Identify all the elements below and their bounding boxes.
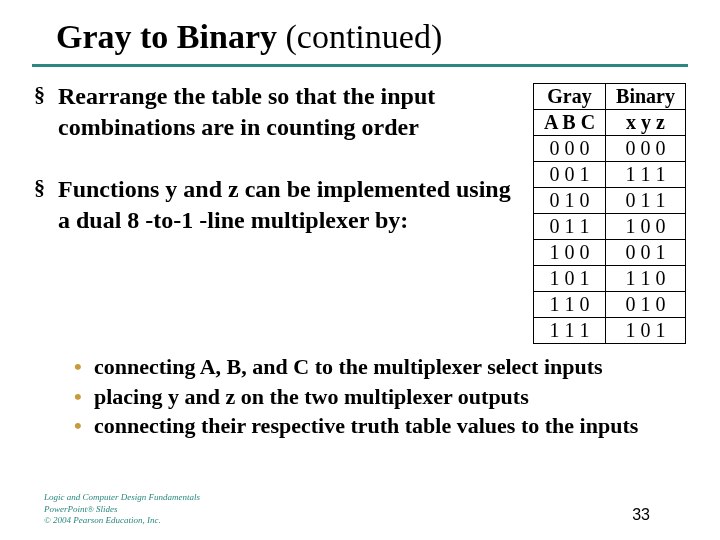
table-row: 0 0 11 1 1 <box>533 162 685 188</box>
table-row: 1 0 11 1 0 <box>533 266 685 292</box>
bullet-2: Functions y and z can be implemented usi… <box>34 174 515 235</box>
table-header-row-1: Gray Binary <box>533 84 685 110</box>
cell-binary: 0 0 0 <box>606 136 686 162</box>
bullet-1: Rearrange the table so that the input co… <box>34 81 515 142</box>
cell-binary: 1 1 1 <box>606 162 686 188</box>
bullet-list: Rearrange the table so that the input co… <box>34 81 515 236</box>
page-number: 33 <box>632 506 650 524</box>
table-row: 0 0 00 0 0 <box>533 136 685 162</box>
cell-gray: 0 0 0 <box>533 136 605 162</box>
cell-gray: 0 1 0 <box>533 188 605 214</box>
cell-gray: 0 0 1 <box>533 162 605 188</box>
cell-binary: 0 1 1 <box>606 188 686 214</box>
cell-gray: 1 1 1 <box>533 318 605 344</box>
cell-binary: 1 1 0 <box>606 266 686 292</box>
title-main: Gray to Binary <box>56 18 277 55</box>
cell-gray: 0 1 1 <box>533 214 605 240</box>
cell-gray: 1 0 1 <box>533 266 605 292</box>
th-gray: Gray <box>533 84 605 110</box>
footer-line-3: © 2004 Pearson Education, Inc. <box>44 515 200 526</box>
footer-line-1: Logic and Computer Design Fundamentals <box>44 492 200 503</box>
left-column: Rearrange the table so that the input co… <box>34 81 515 268</box>
table-row: 1 1 00 1 0 <box>533 292 685 318</box>
table-row: 0 1 11 0 0 <box>533 214 685 240</box>
sub-bullet-1: connecting A, B, and C to the multiplexe… <box>74 352 686 382</box>
two-column-row: Rearrange the table so that the input co… <box>34 81 686 344</box>
footer-attribution: Logic and Computer Design Fundamentals P… <box>44 492 200 526</box>
gray-binary-table: Gray Binary A B C x y z 0 0 00 0 0 0 0 1… <box>533 83 686 344</box>
table-row: 0 1 00 1 1 <box>533 188 685 214</box>
th-xyz: x y z <box>606 110 686 136</box>
footer-line-2: PowerPoint® Slides <box>44 504 200 515</box>
slide-body: Rearrange the table so that the input co… <box>0 77 720 441</box>
sub-bullet-3: connecting their respective truth table … <box>74 411 686 441</box>
cell-binary: 0 1 0 <box>606 292 686 318</box>
table-row: 1 0 00 0 1 <box>533 240 685 266</box>
title-continued: (continued) <box>277 18 442 55</box>
th-abc: A B C <box>533 110 605 136</box>
cell-gray: 1 1 0 <box>533 292 605 318</box>
sub-bullet-list: connecting A, B, and C to the multiplexe… <box>74 352 686 441</box>
cell-gray: 1 0 0 <box>533 240 605 266</box>
cell-binary: 1 0 1 <box>606 318 686 344</box>
table-header-row-2: A B C x y z <box>533 110 685 136</box>
slide: Gray to Binary (continued) Rearrange the… <box>0 0 720 540</box>
table-row: 1 1 11 0 1 <box>533 318 685 344</box>
slide-title: Gray to Binary (continued) <box>0 0 720 62</box>
sub-bullet-2: placing y and z on the two multiplexer o… <box>74 382 686 412</box>
cell-binary: 0 0 1 <box>606 240 686 266</box>
th-binary: Binary <box>606 84 686 110</box>
cell-binary: 1 0 0 <box>606 214 686 240</box>
title-rule <box>32 64 688 67</box>
